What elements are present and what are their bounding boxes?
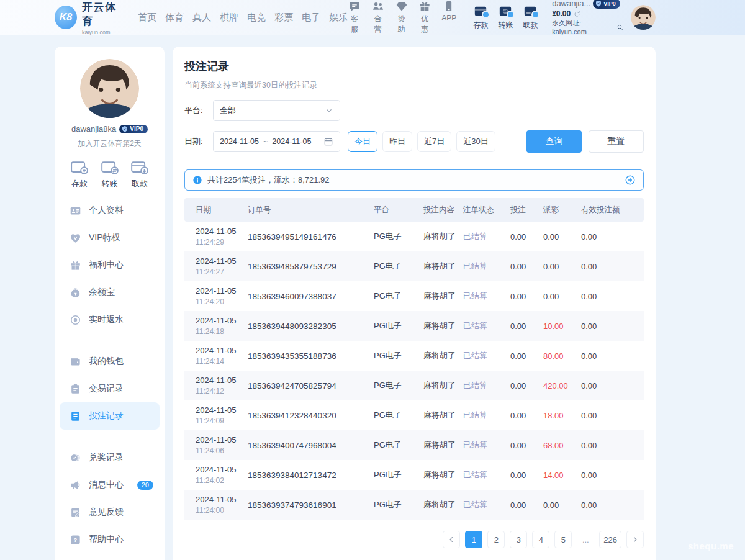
page-button[interactable]: 1 — [465, 531, 482, 548]
platform-label: 平台: — [184, 105, 213, 116]
search-button[interactable]: 查询 — [526, 130, 582, 153]
next-page-button[interactable] — [626, 531, 644, 548]
wallet-nav-item[interactable]: 取款 — [522, 4, 538, 30]
nav-menu-item[interactable]: 棋牌 — [220, 12, 238, 24]
page-button[interactable]: 2 — [487, 531, 505, 548]
quick-action[interactable]: 转账 — [100, 159, 120, 189]
valid-bet-amount: 0.00 — [581, 292, 644, 301]
quick-date-button[interactable]: 昨日 — [382, 131, 412, 152]
payout-amount: 80.00 — [543, 351, 581, 361]
sidebar-item[interactable]: 实时返水 — [55, 306, 165, 333]
partners-icon — [372, 0, 384, 12]
sidebar-item[interactable]: 兑奖记录 — [55, 444, 165, 471]
nav-menu-item[interactable]: 电子 — [302, 12, 320, 24]
nav-menu-item[interactable]: 真人 — [192, 12, 211, 24]
platform: PG电子 — [374, 320, 423, 332]
platform: PG电子 — [374, 410, 423, 421]
prize-icon — [70, 452, 81, 464]
user-info: dawanjia... VIP0 ¥0.00 永久网址: kaiyun.com — [552, 0, 623, 36]
sidebar-item[interactable]: 余额宝 — [55, 279, 165, 306]
sidebar-item[interactable]: 我的钱包 — [55, 348, 165, 375]
bet-content: 麻将胡了 — [423, 291, 463, 302]
bet-amount: 0.00 — [510, 262, 543, 271]
wallet-nav-item[interactable]: 存款 — [472, 4, 489, 30]
sidebar-item[interactable]: 意见反馈 — [55, 499, 165, 526]
site-logo[interactable]: K8 开云体育 kaiyun.com — [55, 0, 125, 35]
bet-amount: 0.00 — [510, 351, 543, 361]
search-icon[interactable] — [616, 24, 623, 31]
utility-nav-item[interactable]: 优惠 — [418, 0, 431, 35]
wallet-nav-item[interactable]: 转账 — [497, 4, 513, 30]
bet-date: 2024-11-05 — [196, 465, 248, 474]
sidebar-item[interactable]: 投注记录 — [60, 402, 160, 430]
bet-amount: 0.00 — [510, 322, 543, 331]
transactions-icon — [70, 383, 81, 395]
utility-nav-item[interactable]: 合营 — [371, 0, 385, 35]
sidebar-menu-group-2: 我的钱包 交易记录 投注记录 — [55, 348, 165, 430]
utility-nav-item[interactable]: APP — [441, 0, 456, 35]
bet-amount: 0.00 — [510, 441, 543, 450]
expand-icon[interactable] — [625, 174, 636, 186]
sidebar-item[interactable]: 消息中心 20 — [55, 471, 165, 499]
bet-status: 已结算 — [463, 380, 510, 391]
quick-date-button[interactable]: 近7日 — [417, 131, 451, 152]
order-number: 1853639495149161476 — [248, 232, 374, 242]
bet-time: 11:24:02 — [196, 476, 248, 485]
nav-menu-item[interactable]: 娱乐 — [329, 12, 348, 24]
summary-text: 共计2254笔投注，流水：8,721.92 — [207, 174, 330, 186]
sidebar-item[interactable]: 个人资料 — [55, 197, 165, 224]
bet-status: 已结算 — [463, 350, 510, 361]
sidebar-item[interactable]: ? 帮助中心 — [55, 526, 165, 553]
reset-button[interactable]: 重置 — [589, 130, 644, 153]
bet-time: 11:24:14 — [196, 357, 248, 366]
nav-menu-item[interactable]: 首页 — [138, 12, 156, 24]
profile-avatar[interactable] — [80, 59, 139, 118]
nav-menu-item[interactable]: 电竞 — [247, 12, 266, 24]
platform: PG电子 — [374, 291, 423, 302]
order-number: 1853639424705825794 — [248, 381, 374, 391]
quick-date-button[interactable]: 近30日 — [456, 131, 495, 152]
bet-amount: 0.00 — [510, 500, 543, 510]
table-row: 2024-11-05 11:24:09 1853639412328440320 … — [184, 400, 644, 430]
quick-actions: 存款 转账 取款 — [55, 159, 165, 189]
platform: PG电子 — [374, 261, 423, 272]
page-subtitle: 当前系统支持查询最近30日的投注记录 — [184, 80, 644, 91]
bet-date: 2024-11-05 — [196, 405, 248, 415]
sidebar-item[interactable]: VIP特权 — [55, 224, 165, 251]
nav-menu-item[interactable]: 彩票 — [274, 12, 293, 24]
profile-icon — [70, 205, 81, 217]
bet-time: 11:24:09 — [196, 417, 248, 425]
sponsor-icon — [395, 0, 408, 12]
column-header: 平台 — [374, 205, 423, 215]
sidebar-menu-group-1: 个人资料 VIP特权 福利中心 余额宝 实时返水 — [55, 197, 165, 333]
page-button[interactable]: 5 — [554, 531, 572, 548]
refresh-balance-icon[interactable] — [573, 10, 581, 18]
page-button[interactable]: 226 — [599, 531, 621, 548]
utility-nav: 客服 合营 赞助 优惠 APP — [348, 0, 456, 35]
date-from: 2024-11-05 — [220, 137, 259, 146]
sidebar-item[interactable]: 交易记录 — [55, 375, 165, 402]
user-avatar[interactable] — [631, 5, 656, 30]
sidebar-item[interactable]: 福利中心 — [55, 251, 165, 279]
nav-menu-item[interactable]: 体育 — [165, 12, 184, 24]
order-number: 1853639460097388037 — [248, 292, 374, 301]
utility-nav-item[interactable]: 赞助 — [395, 0, 409, 35]
page-button[interactable]: 3 — [510, 531, 527, 548]
utility-nav-item[interactable]: 客服 — [348, 0, 361, 35]
username[interactable]: dawanjia... — [552, 0, 590, 8]
quick-action[interactable]: 取款 — [130, 159, 150, 189]
quick-date-button[interactable]: 今日 — [348, 131, 377, 152]
unread-count-badge: 20 — [137, 481, 153, 490]
bet-status: 已结算 — [463, 291, 510, 302]
date-range-picker[interactable]: 2024-11-05 ~ 2024-11-05 — [213, 131, 340, 152]
page-title: 投注记录 — [184, 59, 644, 74]
quick-action[interactable]: 存款 — [70, 159, 89, 189]
logo-icon: K8 — [55, 6, 77, 29]
platform-select[interactable]: 全部 — [213, 100, 340, 121]
prev-page-button[interactable] — [443, 531, 460, 548]
column-header: 有效投注额 — [581, 205, 644, 215]
page-button[interactable]: 4 — [532, 531, 549, 548]
table-row: 2024-11-05 11:24:06 1853639400747968004 … — [184, 430, 644, 460]
join-days-text: 加入开云体育第2天 — [55, 138, 165, 149]
bet-date: 2024-11-05 — [196, 346, 248, 355]
